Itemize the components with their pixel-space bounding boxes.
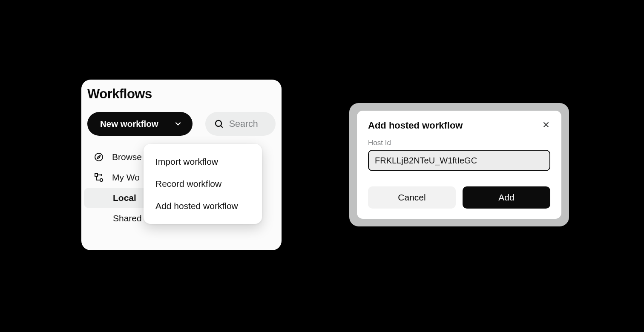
dropdown-item-record[interactable]: Record workflow <box>144 173 262 195</box>
compass-icon <box>93 152 104 162</box>
svg-point-3 <box>100 179 103 181</box>
new-workflow-button[interactable]: New workflow <box>87 112 193 136</box>
svg-point-4 <box>101 174 102 176</box>
page-title: Workflows <box>81 80 282 106</box>
add-button[interactable]: Add <box>463 186 550 209</box>
close-button[interactable] <box>542 120 550 131</box>
cancel-button[interactable]: Cancel <box>368 186 456 209</box>
dropdown-item-add-hosted[interactable]: Add hosted workflow <box>144 195 262 217</box>
close-icon <box>542 120 550 131</box>
new-workflow-label: New workflow <box>100 119 158 129</box>
dialog-actions: Cancel Add <box>368 186 550 209</box>
search-field[interactable] <box>205 112 276 136</box>
search-icon <box>214 119 224 129</box>
add-hosted-workflow-dialog: Add hosted workflow Host Id Cancel Add <box>357 111 561 219</box>
sidebar-item-label: Browse <box>112 152 142 162</box>
sidebar-item-label: Shared <box>113 213 142 223</box>
toolbar: New workflow <box>81 106 282 136</box>
dialog-title: Add hosted workflow <box>368 120 463 131</box>
workflow-icon <box>93 172 104 183</box>
dropdown-item-import[interactable]: Import workflow <box>144 151 262 173</box>
sidebar-item-label: Local <box>113 193 136 203</box>
chevron-down-icon <box>174 120 182 128</box>
new-workflow-dropdown: Import workflow Record workflow Add host… <box>144 144 262 224</box>
host-id-label: Host Id <box>368 139 550 147</box>
svg-rect-2 <box>95 174 98 176</box>
host-id-input[interactable] <box>368 150 550 171</box>
dialog-backdrop: Add hosted workflow Host Id Cancel Add <box>349 103 569 226</box>
svg-point-0 <box>216 120 221 126</box>
svg-point-1 <box>95 153 103 161</box>
dialog-header: Add hosted workflow <box>368 120 550 131</box>
sidebar-item-label: My Wo <box>112 172 140 183</box>
search-input[interactable] <box>229 119 267 129</box>
